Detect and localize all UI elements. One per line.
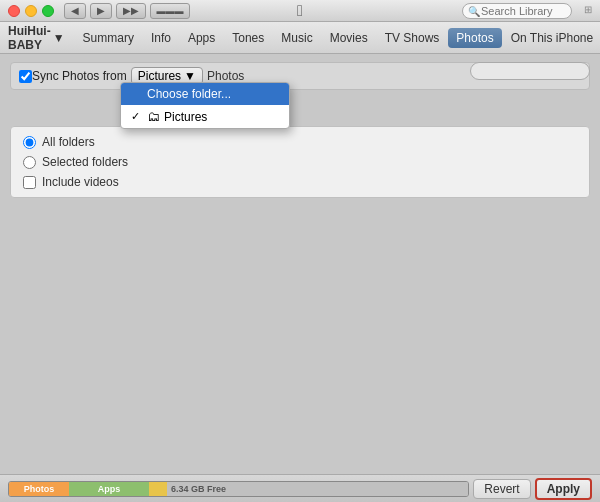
storage-apps-label: Apps — [98, 484, 121, 494]
folder-icon: 🗂 — [147, 109, 160, 124]
nav-tabs: Summary Info Apps Tones Music Movies TV … — [75, 28, 600, 48]
maximize-button[interactable] — [42, 5, 54, 17]
panel-search-input[interactable] — [470, 62, 590, 80]
storage-free: 6.34 GB Free — [167, 482, 468, 496]
dropdown-choose-folder-label: Choose folder... — [147, 87, 231, 101]
dropdown-pictures-label: Pictures — [164, 110, 207, 124]
tab-on-this-iphone[interactable]: On This iPhone — [503, 28, 600, 48]
check-mark-icon: ✓ — [131, 110, 143, 123]
dropdown-arrow-icon: ▼ — [184, 69, 196, 83]
selected-folders-label: Selected folders — [42, 155, 128, 169]
forward-button[interactable]: ▶ — [90, 3, 112, 19]
resize-controls: ⊞ — [584, 4, 592, 15]
include-videos-option: Include videos — [23, 175, 577, 189]
dropdown-item-pictures[interactable]: ✓ 🗂 Pictures — [121, 105, 289, 128]
tab-movies[interactable]: Movies — [322, 28, 376, 48]
sync-source-value: Pictures — [138, 69, 181, 83]
selected-folders-option: Selected folders — [23, 155, 577, 169]
tab-info[interactable]: Info — [143, 28, 179, 48]
device-label[interactable]: HuiHui-BABY ▼ — [8, 24, 65, 52]
back-button[interactable]: ◀ — [64, 3, 86, 19]
sync-checkbox[interactable] — [19, 70, 32, 83]
all-folders-radio[interactable] — [23, 136, 36, 149]
storage-apps: Apps — [69, 482, 149, 496]
traffic-lights — [8, 5, 54, 17]
selected-folders-radio[interactable] — [23, 156, 36, 169]
device-name: HuiHui-BABY — [8, 24, 51, 52]
toolbar: HuiHui-BABY ▼ Summary Info Apps Tones Mu… — [0, 22, 600, 54]
tab-apps[interactable]: Apps — [180, 28, 223, 48]
tab-photos[interactable]: Photos — [448, 28, 501, 48]
minimize-button[interactable] — [25, 5, 37, 17]
tab-tvshows[interactable]: TV Shows — [377, 28, 448, 48]
content-panel: Sync Photos from Pictures ▼ Photos Choos… — [0, 54, 600, 474]
bottom-bar: Photos Apps 6.34 GB Free Revert Apply — [0, 474, 600, 502]
close-button[interactable] — [8, 5, 20, 17]
titlebar: ◀ ▶ ▶▶ ▬▬▬  🔍 ⊞ — [0, 0, 600, 22]
include-videos-checkbox[interactable] — [23, 176, 36, 189]
sync-label: Sync Photos from — [32, 69, 127, 83]
apple-logo:  — [297, 2, 303, 20]
nav-buttons: ◀ ▶ ▶▶ ▬▬▬ — [64, 3, 190, 19]
apply-button[interactable]: Apply — [535, 478, 592, 500]
tab-tones[interactable]: Tones — [224, 28, 272, 48]
revert-button[interactable]: Revert — [473, 479, 530, 499]
dropdown-menu: Choose folder... ✓ 🗂 Pictures — [120, 82, 290, 129]
tab-summary[interactable]: Summary — [75, 28, 142, 48]
dropdown-item-choose-folder[interactable]: Choose folder... — [121, 83, 289, 105]
storage-bar: Photos Apps 6.34 GB Free — [8, 481, 469, 497]
volume-button[interactable]: ▬▬▬ — [150, 3, 190, 19]
main-content: Sync Photos from Pictures ▼ Photos Choos… — [0, 54, 600, 474]
photos-label: Photos — [207, 69, 244, 83]
skip-forward-button[interactable]: ▶▶ — [116, 3, 146, 19]
device-dropdown-arrow: ▼ — [53, 31, 65, 45]
storage-free-label: 6.34 GB Free — [171, 484, 226, 494]
all-folders-option: All folders — [23, 135, 577, 149]
storage-other — [149, 482, 167, 496]
storage-photos: Photos — [9, 482, 69, 496]
options-area: All folders Selected folders Include vid… — [10, 126, 590, 198]
tab-music[interactable]: Music — [273, 28, 320, 48]
all-folders-label: All folders — [42, 135, 95, 149]
search-wrapper: 🔍 — [462, 3, 572, 19]
search-input[interactable] — [462, 3, 572, 19]
storage-photos-label: Photos — [24, 484, 55, 494]
include-videos-label: Include videos — [42, 175, 119, 189]
